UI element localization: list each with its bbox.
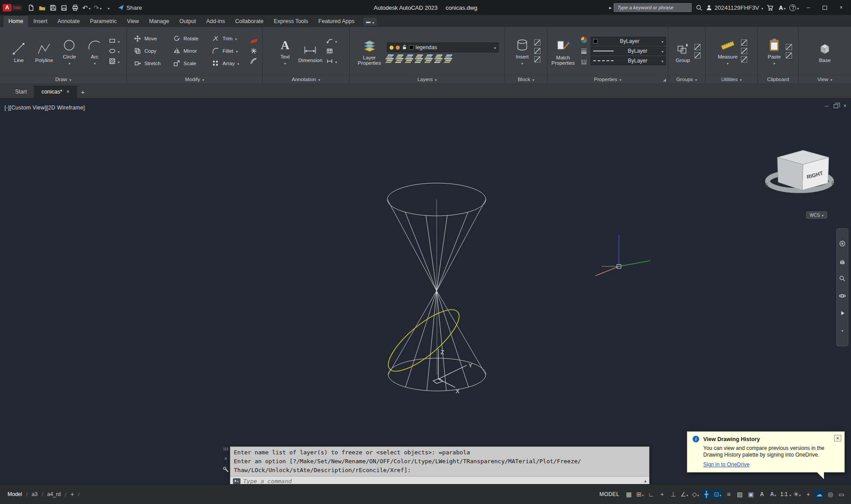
layer-off-tool-icon[interactable] — [387, 55, 394, 56]
layer-state-tool-icon[interactable] — [446, 55, 453, 56]
annotation-monitor-icon[interactable] — [803, 489, 813, 500]
cut-clip-button[interactable] — [786, 44, 792, 50]
panel-label-clipboard[interactable]: Clipboard — [758, 75, 798, 83]
table-tool-button[interactable] — [325, 47, 337, 55]
linetype-list-icon[interactable] — [579, 58, 588, 66]
wcs-select[interactable]: WCS — [806, 211, 827, 219]
file-tab-start[interactable]: Start — [8, 86, 34, 98]
layout-tab-a3[interactable]: a3 — [28, 491, 40, 497]
infer-constraints-icon[interactable] — [646, 489, 656, 500]
viewport-controls-label[interactable]: [-][Custom View][2D Wireframe] — [4, 105, 85, 111]
lineweight-toggle-icon[interactable] — [724, 489, 734, 500]
model-space-toggle[interactable]: MODEL — [599, 491, 619, 497]
tab-insert[interactable]: Insert — [28, 16, 52, 27]
create-block-button[interactable] — [534, 48, 540, 54]
snap-toggle-icon[interactable] — [635, 489, 645, 500]
erase-tool-button[interactable] — [250, 37, 258, 45]
object-color-select[interactable]: ByLayer — [591, 37, 666, 46]
grid-toggle-icon[interactable] — [624, 489, 634, 500]
pan-icon[interactable] — [838, 257, 847, 266]
layer-on-icon[interactable] — [390, 46, 394, 50]
share-button[interactable]: Share — [118, 2, 142, 13]
cart-icon[interactable] — [765, 2, 775, 13]
autocad-logo-icon[interactable] — [3, 4, 22, 12]
text-tool-button[interactable]: Text — [275, 35, 295, 66]
panel-label-view[interactable]: View — [799, 75, 851, 83]
rectangle-tool-button[interactable] — [108, 37, 119, 45]
copy-clip-button[interactable] — [786, 52, 792, 59]
explode-tool-button[interactable] — [250, 47, 258, 55]
panel-label-annotation[interactable]: Annotation — [263, 75, 349, 83]
selection-cycling-icon[interactable] — [746, 489, 756, 500]
help-button[interactable] — [789, 2, 799, 13]
color-wheel-icon[interactable] — [579, 36, 588, 44]
group-button[interactable]: Group — [673, 39, 693, 63]
dimension-style-button[interactable] — [325, 57, 337, 65]
isolate-objects-icon[interactable] — [825, 489, 835, 500]
tab-express-tools[interactable]: Express Tools — [269, 16, 313, 27]
panel-label-utilities[interactable]: Utilities — [705, 75, 757, 83]
orbit-icon[interactable] — [838, 292, 847, 300]
tab-manage[interactable]: Manage — [144, 16, 174, 27]
id-point-button[interactable] — [741, 56, 747, 63]
open-file-button[interactable] — [37, 2, 47, 13]
dimension-tool-button[interactable]: Dimension — [296, 39, 324, 63]
isometric-drafting-icon[interactable] — [690, 489, 701, 500]
layer-unisolate-tool-icon[interactable] — [397, 58, 404, 59]
fillet-tool-button[interactable]: Fillet — [209, 47, 248, 55]
close-file-tab-icon[interactable] — [67, 89, 70, 94]
paste-button[interactable]: Paste — [764, 35, 784, 66]
linetype-select[interactable]: ByLayer — [591, 56, 666, 65]
ribbon-display-toggle[interactable] — [363, 18, 377, 26]
ortho-toggle-icon[interactable] — [668, 489, 678, 500]
osnap-tracking-icon[interactable] — [701, 489, 712, 500]
showmotion-icon[interactable] — [838, 309, 847, 317]
customize-wrench-icon[interactable] — [223, 466, 229, 474]
notification-close-icon[interactable] — [834, 435, 841, 441]
new-drawing-tab-button[interactable] — [77, 86, 89, 98]
lineweight-list-icon[interactable] — [579, 47, 588, 55]
block-editor-button[interactable] — [534, 56, 540, 63]
polar-tracking-icon[interactable] — [679, 489, 689, 500]
annotation-autoscale-icon[interactable] — [768, 489, 778, 500]
close-window-icon[interactable] — [834, 0, 848, 15]
search-input[interactable] — [614, 3, 692, 12]
tab-home[interactable]: Home — [4, 16, 28, 27]
transparency-toggle-icon[interactable] — [735, 489, 745, 500]
save-button[interactable] — [48, 2, 58, 13]
edit-attribute-button[interactable] — [534, 39, 540, 46]
drawing-history-cloud-icon[interactable] — [814, 489, 824, 500]
base-view-button[interactable]: Base — [814, 39, 836, 63]
circle-tool-button[interactable]: Circle — [57, 35, 81, 66]
panel-label-draw[interactable]: Draw — [0, 75, 126, 83]
viewport-close-icon[interactable] — [843, 103, 847, 109]
ellipse-tool-button[interactable] — [108, 47, 119, 55]
navbar-more-icon[interactable] — [838, 327, 847, 335]
onedrive-signin-link[interactable]: Sign in to OneDrive — [703, 461, 749, 468]
dynamic-input-icon[interactable] — [657, 489, 667, 500]
tab-view[interactable]: View — [122, 16, 144, 27]
tab-parametric[interactable]: Parametric — [85, 16, 122, 27]
copy-tool-button[interactable]: Copy — [131, 47, 170, 55]
layer-walk-tool-icon[interactable] — [436, 58, 443, 59]
clean-screen-icon[interactable] — [836, 489, 847, 500]
drawing-area[interactable]: Z Y X [-][Custom View][2D Wireframe] S E — [0, 98, 851, 484]
maximize-window-icon[interactable] — [818, 0, 832, 15]
annotation-visibility-icon[interactable] — [757, 489, 767, 500]
line-tool-button[interactable]: Line — [7, 39, 31, 63]
layer-copy-tool-icon[interactable] — [426, 58, 433, 59]
minimize-window-icon[interactable] — [801, 0, 816, 15]
workspace-switching-icon[interactable] — [792, 489, 802, 500]
command-input[interactable] — [243, 478, 642, 484]
command-close-icon[interactable] — [224, 456, 227, 461]
move-tool-button[interactable]: Move — [131, 35, 170, 43]
qat-customize-button[interactable] — [104, 2, 114, 13]
group-edit-button[interactable] — [694, 52, 701, 59]
tab-collaborate[interactable]: Collaborate — [230, 16, 268, 27]
polyline-tool-button[interactable]: Polyline — [32, 39, 56, 63]
command-history-expand-icon[interactable] — [644, 479, 646, 483]
layer-lock-icon[interactable] — [402, 44, 407, 51]
search-expand-icon[interactable] — [609, 5, 612, 10]
tab-featured-apps[interactable]: Featured Apps — [314, 16, 359, 27]
mirror-tool-button[interactable]: Mirror — [170, 47, 209, 55]
